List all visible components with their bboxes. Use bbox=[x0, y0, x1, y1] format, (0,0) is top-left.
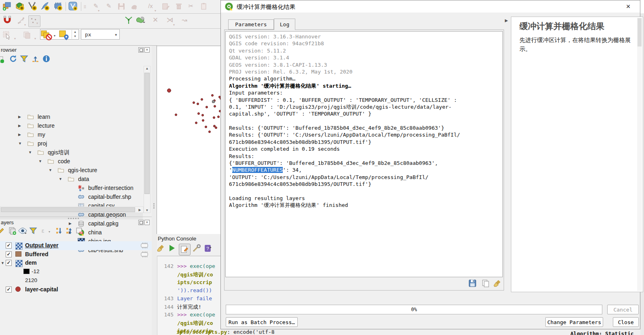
layer-visibility-checkbox[interactable]: ✓ bbox=[6, 260, 12, 266]
toggle-editing-icon[interactable]: ✎▾ bbox=[90, 1, 102, 11]
snapping-magnet-icon[interactable] bbox=[2, 15, 13, 26]
new-virtual-layer-icon[interactable] bbox=[68, 1, 78, 12]
snapping-type-button[interactable]: ▾ bbox=[28, 15, 40, 27]
filter-by-expression-icon[interactable]: ε bbox=[38, 226, 47, 236]
field-calculator-icon[interactable]: /x▾ bbox=[142, 1, 159, 11]
scroll-down-icon[interactable]: ▼ bbox=[144, 209, 150, 212]
layer-item-2120[interactable]: 2120 bbox=[0, 276, 152, 285]
collapse-help-panel-icon[interactable]: ▶ bbox=[505, 18, 508, 23]
new-geopackage-layer-icon[interactable] bbox=[15, 1, 25, 12]
change-parameters-button[interactable]: Change Parameters bbox=[545, 317, 603, 327]
properties-info-icon[interactable] bbox=[42, 55, 51, 65]
enable-tracing-icon[interactable]: ✕ bbox=[150, 15, 160, 25]
multiedit-attributes-icon[interactable] bbox=[161, 1, 171, 12]
copy-features-icon[interactable]: ▾ bbox=[21, 30, 38, 40]
collapse-all-layers-icon[interactable] bbox=[65, 227, 74, 237]
scroll-right-icon[interactable]: ▶ bbox=[137, 208, 143, 212]
layer-item-dem[interactable]: ▼✓dem bbox=[0, 259, 152, 268]
filter-legend-icon[interactable] bbox=[29, 227, 37, 237]
map-canvas[interactable] bbox=[157, 46, 220, 234]
tab-parameters[interactable]: Parameters bbox=[228, 19, 274, 29]
new-temporary-scratch-layer-icon[interactable] bbox=[53, 1, 64, 12]
tracing-options-icon[interactable]: ⋊▾ bbox=[163, 15, 177, 25]
add-group-icon[interactable] bbox=[8, 227, 17, 237]
chevron-down-icon[interactable]: ▾ bbox=[49, 230, 50, 234]
scroll-up-icon[interactable]: ▲ bbox=[144, 67, 150, 70]
delete-selected-icon[interactable] bbox=[174, 1, 184, 12]
close-button[interactable]: Close bbox=[613, 317, 639, 327]
browser-item-proj[interactable]: ▼proj bbox=[0, 139, 143, 148]
run-command-icon[interactable] bbox=[168, 244, 177, 255]
float-panel-icon[interactable] bbox=[138, 220, 144, 225]
layer-styling-icon[interactable] bbox=[0, 227, 5, 237]
browser-vertical-scrollbar[interactable]: ▲ ▼ bbox=[144, 66, 150, 213]
select-by-location-icon[interactable] bbox=[59, 30, 69, 40]
paste-features-icon[interactable] bbox=[199, 1, 209, 12]
expand-arrow-icon[interactable]: ▼ bbox=[28, 150, 32, 154]
save-edits-icon[interactable] bbox=[117, 1, 126, 12]
log-output-area[interactable]: QGIS version: 3.16.3-HannoverQGIS code r… bbox=[225, 31, 503, 277]
edit-pencil-icon[interactable]: ✎ bbox=[104, 1, 113, 11]
expand-arrow-icon[interactable]: ▼ bbox=[1, 261, 4, 265]
dialog-close-icon[interactable]: × bbox=[623, 1, 633, 12]
browser-item-qgis培训[interactable]: ▼qgis培训 bbox=[0, 148, 143, 157]
help-scrollbar[interactable] bbox=[637, 18, 642, 291]
browser-item-my[interactable]: ▶my bbox=[0, 131, 143, 139]
expand-arrow-icon[interactable]: ▶ bbox=[18, 133, 21, 137]
layers-list[interactable]: ✓Output layer✓Buffered▼✓dem-122120✓layer… bbox=[0, 241, 152, 298]
run-as-batch-button[interactable]: Run as Batch Process… bbox=[226, 317, 298, 327]
add-selected-layer-icon[interactable] bbox=[0, 55, 4, 66]
layer-item--12[interactable]: -12 bbox=[0, 268, 152, 276]
python-console-output[interactable]: 142>>> exec(ope/qgis培训/coipts/sccrip')).… bbox=[157, 256, 220, 335]
topological-editing-icon[interactable] bbox=[124, 15, 134, 26]
browser-item-code[interactable]: ▼code bbox=[0, 157, 143, 166]
layer-item-Output layer[interactable]: ✓Output layer bbox=[0, 241, 152, 250]
browser-item-lecture[interactable]: ▶lecture bbox=[0, 122, 143, 131]
layer-visibility-checkbox[interactable]: ✓ bbox=[6, 242, 12, 249]
copy-log-icon[interactable] bbox=[481, 279, 489, 287]
cut-features-icon[interactable]: ✂ bbox=[186, 1, 196, 11]
splitter-handle[interactable] bbox=[153, 203, 155, 204]
avoid-overlap-icon[interactable] bbox=[135, 15, 148, 26]
new-layer-icon[interactable] bbox=[2, 1, 13, 12]
browser-item-qgis-lecture[interactable]: ▼qgis-lecture bbox=[0, 166, 143, 175]
snap-on-intersection-icon[interactable]: ↝ bbox=[180, 15, 189, 25]
new-spatialite-layer-icon[interactable] bbox=[40, 1, 51, 12]
new-shapefile-layer-icon[interactable] bbox=[28, 1, 38, 12]
close-panel-icon[interactable]: × bbox=[144, 220, 150, 225]
remove-layer-icon[interactable] bbox=[75, 227, 84, 237]
snapping-options-icon[interactable]: ▾ bbox=[15, 15, 27, 26]
help-icon[interactable]: ? bbox=[204, 244, 214, 255]
dialog-titlebar[interactable]: 缓冲计算并栅格化结果 × bbox=[221, 0, 640, 13]
float-panel-icon[interactable] bbox=[138, 47, 144, 53]
deselect-features-icon[interactable]: ▾ bbox=[40, 30, 57, 40]
filter-browser-icon[interactable] bbox=[20, 55, 29, 65]
manage-visibility-icon[interactable] bbox=[18, 227, 28, 237]
collapse-all-icon[interactable] bbox=[31, 55, 40, 65]
show-editor-button[interactable] bbox=[179, 244, 191, 255]
tab-log[interactable]: Log bbox=[274, 19, 295, 30]
expand-arrow-icon[interactable]: ▼ bbox=[18, 141, 22, 145]
expand-arrow-icon[interactable]: ▼ bbox=[59, 177, 62, 181]
layer-item-Buffered[interactable]: ✓Buffered bbox=[0, 250, 152, 259]
browser-horizontal-scrollbar[interactable]: ▶ bbox=[0, 206, 144, 213]
layer-visibility-checkbox[interactable]: ✓ bbox=[6, 287, 12, 293]
expand-arrow-icon[interactable]: ▼ bbox=[49, 168, 52, 172]
expand-arrow-icon[interactable]: ▼ bbox=[38, 159, 42, 163]
browser-item-data[interactable]: ▼data bbox=[0, 175, 143, 184]
browser-item-buffer-intersection[interactable]: buffer-intersection bbox=[0, 184, 143, 193]
options-wrench-icon[interactable] bbox=[193, 244, 202, 255]
expand-arrow-icon[interactable]: ▶ bbox=[18, 124, 21, 128]
layer-item-layer-capital[interactable]: ✓layer-capital bbox=[0, 285, 152, 294]
close-panel-icon[interactable]: × bbox=[144, 47, 150, 53]
expand-all-layers-icon[interactable] bbox=[55, 227, 64, 237]
refresh-icon[interactable] bbox=[9, 55, 18, 65]
expand-arrow-icon[interactable]: ▶ bbox=[18, 115, 21, 119]
cancel-button[interactable]: Cancel bbox=[607, 305, 639, 314]
clear-log-icon[interactable] bbox=[494, 279, 502, 287]
select-features-icon[interactable]: ▾ bbox=[2, 30, 18, 40]
layer-visibility-checkbox[interactable]: ✓ bbox=[6, 251, 12, 257]
browser-item-learn[interactable]: ▶learn bbox=[0, 113, 143, 122]
save-log-icon[interactable] bbox=[468, 279, 477, 287]
browser-item-capital-buffer.shp[interactable]: capital-buffer.shp bbox=[0, 193, 143, 202]
